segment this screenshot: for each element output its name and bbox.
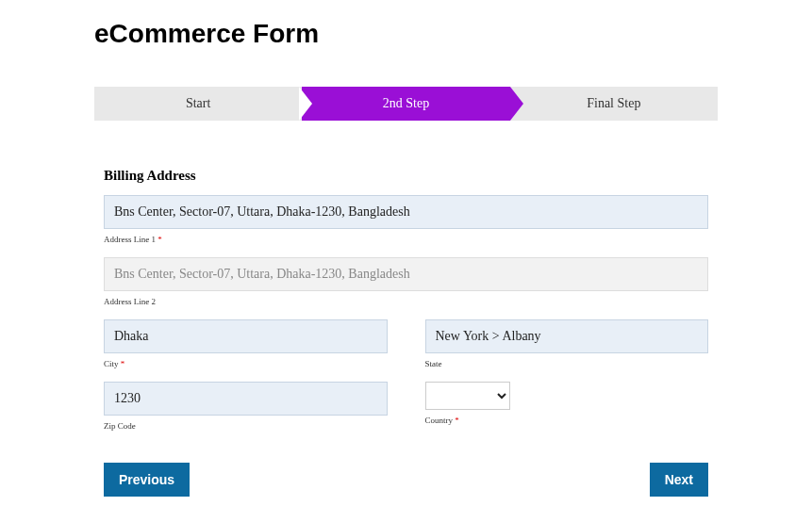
country-field: [425, 382, 709, 410]
step-second[interactable]: 2nd Step: [302, 87, 509, 121]
country-label: Country *: [425, 416, 709, 425]
step-final[interactable]: Final Step: [510, 87, 718, 121]
state-field: [425, 319, 709, 353]
city-label-text: City: [104, 359, 119, 368]
city-input[interactable]: [104, 319, 388, 353]
country-select[interactable]: [425, 382, 510, 410]
state-label: State: [425, 359, 709, 368]
city-field: [104, 319, 388, 353]
address1-label-text: Address Line 1: [104, 235, 156, 244]
address1-label: Address Line 1 *: [104, 235, 708, 244]
section-heading: Billing Address: [104, 168, 708, 184]
step-progress: Start 2nd Step Final Step: [94, 87, 718, 121]
previous-button[interactable]: Previous: [104, 463, 190, 497]
required-marker: *: [455, 416, 459, 425]
button-row: Previous Next: [104, 463, 708, 497]
address2-label: Address Line 2: [104, 297, 708, 306]
page-title: eCommerce Form: [94, 19, 718, 49]
country-label-text: Country: [425, 416, 454, 425]
city-label: City *: [104, 359, 388, 368]
zip-input[interactable]: [104, 382, 388, 416]
address2-input[interactable]: [104, 257, 708, 291]
state-input[interactable]: [425, 319, 709, 353]
zip-field: [104, 382, 388, 416]
required-marker: *: [157, 235, 162, 244]
next-button[interactable]: Next: [650, 463, 708, 497]
step-start[interactable]: Start: [94, 87, 302, 121]
address2-field: [104, 257, 708, 291]
zip-label: Zip Code: [104, 421, 388, 431]
address1-field: [104, 195, 708, 229]
address1-input[interactable]: [104, 195, 708, 229]
required-marker: *: [121, 359, 125, 368]
billing-form: Billing Address Address Line 1 * Address…: [94, 168, 718, 497]
